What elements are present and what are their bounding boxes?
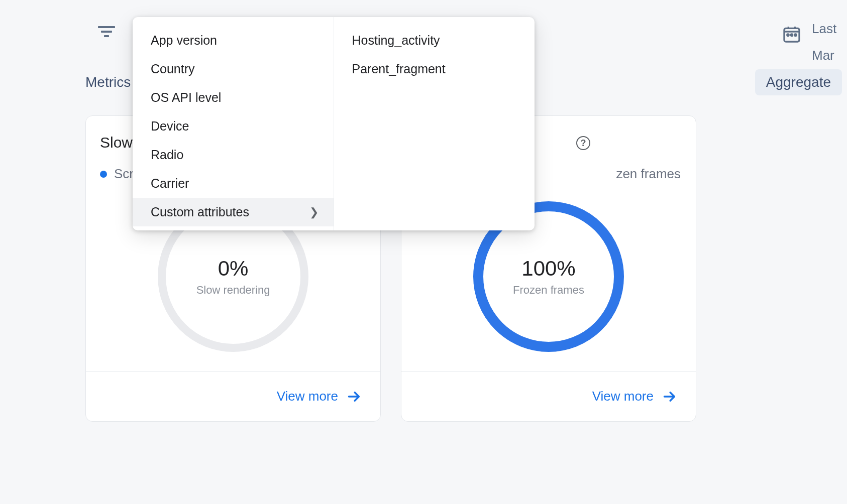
legend-dot-icon [100, 171, 107, 178]
popover-item-label: Carrier [151, 176, 189, 191]
arrow-right-icon [663, 390, 677, 404]
svg-point-5 [791, 34, 792, 36]
popover-item-label: App version [151, 33, 217, 48]
calendar-icon[interactable] [782, 24, 802, 44]
date-mar-text: Mar [812, 48, 847, 63]
popover-item[interactable]: Custom attributes❯ [133, 198, 334, 226]
donut-value: 100% [521, 257, 575, 281]
popover-left-column: App versionCountryOS API levelDeviceRadi… [133, 17, 334, 230]
svg-point-6 [795, 34, 796, 36]
aggregate-chip[interactable]: Aggregate [755, 69, 842, 95]
popover-item-label: Radio [151, 148, 183, 162]
popover-item[interactable]: Country [133, 55, 334, 83]
view-more-label: View more [277, 389, 338, 404]
popover-item[interactable]: Parent_fragment [334, 55, 535, 83]
svg-point-4 [787, 34, 789, 36]
popover-item[interactable]: Hosting_activity [334, 26, 535, 55]
donut-label: Slow rendering [196, 284, 270, 297]
view-more-label: View more [592, 389, 654, 404]
popover-item-label: Device [151, 119, 189, 134]
filter-popover: App versionCountryOS API levelDeviceRadi… [133, 17, 535, 230]
popover-right-column: Hosting_activityParent_fragment [334, 17, 535, 230]
view-more-button[interactable]: View more [401, 371, 696, 421]
card-title: Slow [100, 134, 133, 151]
popover-item-label: Hosting_activity [352, 33, 440, 48]
view-more-button[interactable]: View more [86, 371, 380, 421]
donut-label: Frozen frames [513, 284, 584, 297]
popover-item-label: OS API level [151, 90, 221, 105]
chevron-right-icon: ❯ [309, 206, 319, 219]
help-icon[interactable]: ? [576, 136, 590, 150]
metrics-tab-label[interactable]: Metrics [85, 74, 131, 90]
legend-text: Scr [114, 166, 134, 182]
filter-icon-bar [104, 35, 109, 37]
donut-value: 0% [218, 257, 249, 281]
popover-item[interactable]: App version [133, 26, 334, 55]
filter-icon[interactable] [96, 24, 117, 39]
legend-text: zen frames [616, 166, 681, 182]
popover-item-label: Custom attributes [151, 205, 249, 219]
filter-icon-bar [98, 26, 115, 28]
arrow-right-icon [347, 390, 361, 404]
legend-row: zen frames [616, 166, 681, 182]
popover-item-label: Country [151, 62, 195, 76]
popover-item[interactable]: Carrier [133, 169, 334, 198]
legend-row: Scr [100, 166, 134, 182]
popover-item-label: Parent_fragment [352, 62, 446, 76]
popover-item[interactable]: Device [133, 112, 334, 141]
date-range-label: Last Mar [812, 21, 847, 63]
date-last-text: Last [812, 21, 847, 37]
popover-item[interactable]: Radio [133, 141, 334, 169]
popover-item[interactable]: OS API level [133, 83, 334, 112]
filter-icon-bar [101, 31, 112, 33]
